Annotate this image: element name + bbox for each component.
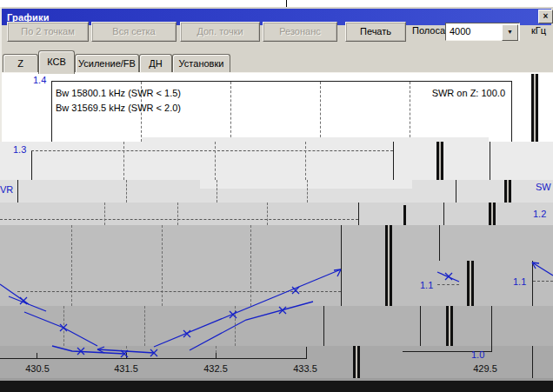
xlabel-430-5: 430.5 [18, 363, 57, 374]
plot-frame-right [511, 81, 512, 142]
gridline-h-1-3 [31, 150, 393, 151]
tab-content-edge [2, 72, 553, 73]
gridline-v [123, 142, 124, 180]
ylabel-1-1: 1.1 [420, 280, 433, 290]
glitch-bar [446, 306, 453, 346]
desktop-artifact-tick [286, 0, 287, 7]
gridline-v [320, 82, 321, 142]
window-title: Графики [2, 12, 50, 23]
glitch-bar [489, 203, 496, 225]
gridline-v [235, 306, 236, 346]
glitch-bar [403, 205, 406, 225]
glitch-bar [353, 346, 360, 378]
gridline-v [215, 142, 216, 180]
screen: Графики × По 2 точкам Вся сетка Доп. точ… [0, 0, 553, 392]
gridline-v [71, 225, 72, 306]
yaxis-title-fragment-right: SW [536, 182, 551, 192]
gridline-v [104, 203, 105, 225]
gridline-v [230, 82, 231, 142]
frame-ghost-v [532, 261, 533, 306]
band-unit-label: кГц [531, 25, 546, 36]
frame-ghost-v [420, 306, 421, 346]
tab-z[interactable]: Z [3, 54, 38, 73]
xlabel-433-5: 433.5 [286, 363, 324, 374]
frame-ghost-v [358, 203, 359, 225]
annotation-swr-on-z: SWR on Z: 100.0 [365, 88, 505, 98]
x-axis-line [0, 358, 307, 359]
glitch-band-f [0, 306, 553, 346]
glitch-band-c [0, 203, 553, 225]
glitch-bar [467, 261, 474, 306]
frame-ghost-v [491, 306, 492, 346]
gridline-h-stub [533, 281, 553, 282]
xlabel-432-5: 432.5 [197, 363, 235, 374]
button-vsya-setka[interactable]: Вся сетка [91, 22, 177, 42]
gridline-h-stub [437, 284, 459, 285]
x-axis-corner [306, 347, 307, 359]
xlabel-431-5: 431.5 [107, 363, 145, 374]
frame-ghost-v [439, 225, 440, 261]
gridline-v [126, 180, 127, 203]
gridline-h-1-2 [0, 219, 358, 220]
glitch-band-a [0, 142, 553, 180]
ylabel-1-0: 1.0 [471, 349, 484, 360]
gridline-v [144, 306, 145, 346]
yaxis-title-fragment-left: VR [0, 184, 13, 195]
band-combobox[interactable]: 4000 ▼ [445, 23, 520, 41]
gridline-v [250, 225, 251, 306]
tab-usilenie-fb[interactable]: Усиление/FB [75, 54, 139, 73]
frame-ghost-v [393, 142, 394, 180]
gridline-v [217, 180, 217, 203]
gridline-v [307, 180, 308, 203]
axis-ghost-v [17, 180, 18, 203]
frame-ghost-v [456, 180, 456, 203]
close-icon[interactable]: × [538, 10, 553, 23]
tab-dn[interactable]: ДН [139, 54, 172, 73]
ylabel-1-3: 1.3 [13, 144, 26, 155]
ylabel-1-2: 1.2 [533, 209, 546, 219]
x-axis-corner-ghost [491, 346, 492, 352]
glitch-bar [504, 180, 511, 203]
button-po-2-tochkam[interactable]: По 2 точкам [7, 22, 89, 42]
glitch-step [200, 180, 412, 189]
xlabel-429-5: 429.5 [466, 363, 504, 374]
gridline-v [216, 346, 217, 353]
frame-ghost-v [341, 225, 342, 306]
glitch-bar [385, 225, 392, 306]
button-dop-tochki[interactable]: Доп. точки [180, 22, 260, 42]
gridline-v [305, 142, 306, 180]
ylabel-1-1-ghost: 1.1 [513, 276, 526, 287]
band-label: Полоса [412, 25, 445, 36]
axis-tick [126, 353, 127, 359]
frame-ghost-v [443, 203, 444, 225]
frame-ghost-v [490, 142, 490, 180]
gridline-v [126, 346, 127, 353]
frame-ghost-v [532, 346, 533, 378]
annotation-bw1: Bw 15800.1 kHz (SWR < 1.5) [56, 88, 181, 98]
band-value: 4000 [450, 26, 470, 37]
gridline-h-1-1 [17, 291, 341, 292]
axis-tick [216, 353, 217, 359]
button-rezonans[interactable]: Резонанс [263, 22, 337, 42]
gridline-v [177, 203, 178, 225]
annotation-bw2: Bw 31569.5 kHz (SWR < 2.0) [56, 103, 181, 113]
plot-frame-left [51, 81, 52, 142]
tab-ustanovki[interactable]: Установки [172, 54, 230, 73]
gridline-v [162, 225, 163, 306]
glitch-strip-dark [0, 381, 553, 392]
ylabel-1-4: 1.4 [33, 75, 46, 85]
desktop-strip [0, 0, 553, 7]
gridline-v [267, 203, 268, 225]
chevron-down-icon[interactable]: ▼ [502, 24, 518, 41]
glitch-bar [436, 142, 443, 180]
glitch-bar [531, 74, 538, 142]
axis-tick [37, 353, 37, 359]
plot-frame-top [51, 81, 512, 82]
gridline-v [63, 306, 64, 346]
axis-ghost-v [31, 151, 32, 180]
frame-ghost-v [323, 306, 324, 346]
tab-ksv[interactable]: КСВ [38, 50, 75, 74]
button-pechat[interactable]: Печать [345, 22, 406, 42]
